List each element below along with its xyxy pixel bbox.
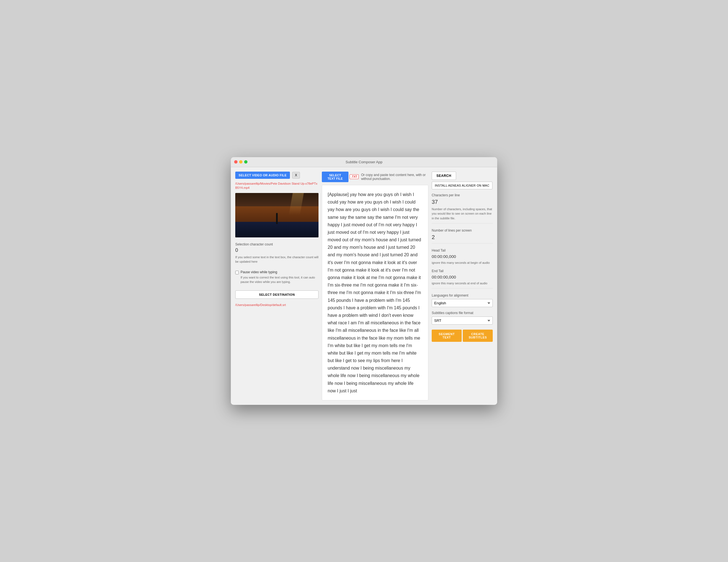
lines-per-screen-value: 2 <box>432 234 493 240</box>
title-bar: Subtitle Composer App <box>231 157 497 167</box>
destination-path: /Users/passarellip/Desktop/default.srt <box>235 303 319 307</box>
app-window: Subtitle Composer App SELECT VIDEO OR AU… <box>231 157 497 405</box>
selection-label: Selection character count <box>235 242 319 246</box>
maximize-button[interactable] <box>244 160 247 163</box>
head-tail-label: Head Tail <box>432 248 493 252</box>
pause-checkbox[interactable] <box>235 271 239 274</box>
clear-video-button[interactable]: X <box>292 172 300 178</box>
end-tail-label: End Tail <box>432 269 493 273</box>
performer-figure <box>276 213 278 224</box>
install-aeneas-button[interactable]: INSTALL AENEAS ALIGNER ON MAC <box>432 181 492 189</box>
selection-hint: If you select some text in the text box,… <box>235 255 319 264</box>
pause-hint: If you want to correct the text using th… <box>241 275 319 284</box>
format-select[interactable]: SRT VTT SBV ASS <box>432 317 493 325</box>
lines-per-screen-label: Number of lines per screen <box>432 228 493 232</box>
divider-2 <box>432 243 493 243</box>
selection-section: Selection character count 0 If you selec… <box>235 242 319 264</box>
divider-3 <box>432 288 493 289</box>
head-tail-value: 00:00:00,000 <box>432 254 493 259</box>
video-file-path: /Users/passarellip/Movies/Pete Davidson … <box>235 181 319 190</box>
video-preview: ▶ 0:00 🔊 ⛶ <box>235 193 319 237</box>
video-scene <box>235 193 319 237</box>
select-destination-button[interactable]: SELECT DESTINATION <box>235 291 319 299</box>
pause-text-group: Pause video while typing If you want to … <box>241 270 319 284</box>
chars-desc: Number of characters, including spaces, … <box>432 207 493 221</box>
head-tail-desc: ignore this many seconds at begin of aud… <box>432 260 493 265</box>
text-content[interactable]: [Applause] yay how are you guys oh I wis… <box>328 191 423 395</box>
middle-panel: SELECT TEXT FILE .TXT Or copy and paste … <box>322 171 428 400</box>
end-tail-desc: ignore this many seconds at end of audio <box>432 281 493 286</box>
language-select[interactable]: English Spanish French German Italian Po… <box>432 299 493 307</box>
chars-per-line-value: 37 <box>432 199 493 205</box>
video-select-row: SELECT VIDEO OR AUDIO FILE X <box>235 171 319 179</box>
chars-per-line-label: Characters per line <box>432 193 493 197</box>
search-button[interactable]: SEARCH <box>432 171 456 180</box>
close-button[interactable] <box>234 160 237 163</box>
selection-count: 0 <box>235 247 319 253</box>
create-subtitles-button[interactable]: CREATE SUBTITLES <box>463 330 493 342</box>
lang-label: Languages for alignment <box>432 294 493 298</box>
right-panel: SEARCH INSTALL AENEAS ALIGNER ON MAC Cha… <box>432 171 493 400</box>
text-area-container[interactable]: [Applause] yay how are you guys oh I wis… <box>322 185 428 400</box>
text-file-row: SELECT TEXT FILE .TXT Or copy and paste … <box>322 171 428 182</box>
segment-text-button[interactable]: SEGMENT TEXT <box>432 330 462 342</box>
action-buttons: SEGMENT TEXT CREATE SUBTITLES <box>432 330 493 342</box>
format-label: Subtitles captions file format <box>432 311 493 315</box>
select-video-button[interactable]: SELECT VIDEO OR AUDIO FILE <box>235 171 290 179</box>
pause-label: Pause video while typing <box>241 270 319 274</box>
divider-1 <box>432 223 493 223</box>
end-tail-value: 00:00:00,000 <box>432 274 493 279</box>
traffic-lights <box>234 160 247 163</box>
main-content: SELECT VIDEO OR AUDIO FILE X /Users/pass… <box>231 167 497 405</box>
select-text-file-button[interactable]: SELECT TEXT FILE <box>322 171 348 182</box>
audience-area <box>235 222 319 237</box>
pause-checkbox-row: Pause video while typing If you want to … <box>235 270 319 284</box>
left-panel: SELECT VIDEO OR AUDIO FILE X /Users/pass… <box>235 171 319 400</box>
window-title: Subtitle Composer App <box>346 160 383 164</box>
txt-badge: .TXT <box>350 174 359 179</box>
paste-hint: Or copy and paste text content here, wit… <box>361 173 428 181</box>
minimize-button[interactable] <box>239 160 242 163</box>
